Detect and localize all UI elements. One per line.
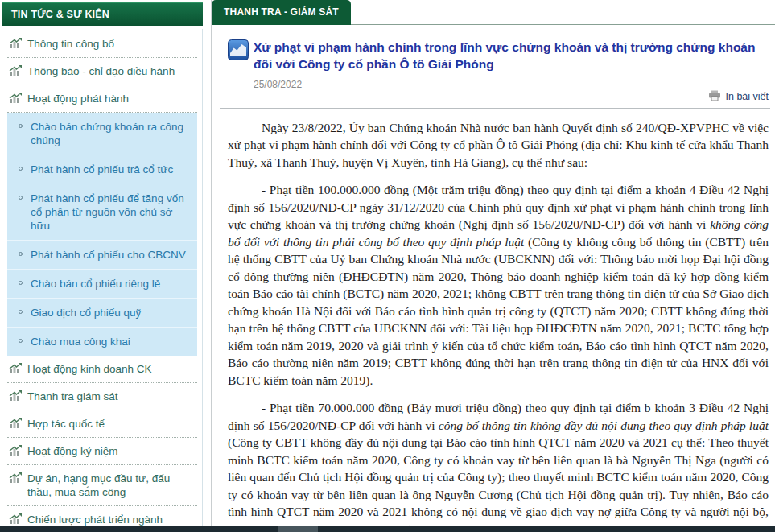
printer-icon [708,90,721,104]
bullet-icon [19,339,23,343]
sidebar-item[interactable]: Hoạt động phát hành [7,85,197,113]
sidebar-subitem[interactable]: Phát hành cổ phiếu để tăng vốn cổ phần t… [7,184,197,241]
bullet-icon [19,167,23,171]
sidebar-item[interactable]: Thông tin công bố [7,31,197,58]
sidebar-subitem-label: Chào bán cổ phiếu riêng lẻ [31,277,160,291]
sidebar-subitem[interactable]: Chào mua công khai [7,328,197,356]
sidebar-item[interactable]: Dự án, hạng mục đầu tư, đấu thầu, mua sắ… [7,465,197,506]
bullet-icon [19,281,23,285]
article: Xử phạt vi phạm hành chính trong lĩnh vự… [212,25,775,532]
sidebar-item-label: Thông tin công bố [27,37,114,51]
bullet-icon [19,196,23,200]
sidebar-item-label: Hợp tác quốc tế [27,417,105,431]
chart-icon [9,417,22,429]
sidebar-subitem[interactable]: Phát hành cổ phiếu cho CBCNV [7,241,197,270]
chart-icon [9,390,22,402]
sidebar-subitem-label: Phát hành cổ phiếu để tăng vốn cổ phần t… [31,192,192,233]
sidebar-item[interactable]: Thanh tra giám sát [7,383,197,410]
chart-icon [9,513,22,525]
sidebar-subitem-label: Phát hành cổ phiếu cho CBCNV [31,248,186,262]
sidebar-item[interactable]: Hợp tác quốc tế [7,410,197,438]
tab-thanh-tra-giam-sat[interactable]: THANH TRA - GIÁM SÁT [212,0,351,25]
sidebar-header: TIN TỨC & SỰ KIỆN [2,2,203,26]
chart-icon [9,92,22,104]
sidebar-subitem-label: Giao dịch cổ phiếu quỹ [31,306,141,320]
sidebar-item[interactable]: Thông báo - chỉ đạo điều hành [7,58,197,85]
sidebar-item[interactable]: Hoạt động kinh doanh CK [7,356,197,383]
sidebar-subitem[interactable]: Chào bán cổ phiếu riêng lẻ [7,270,197,299]
chart-icon [9,472,22,484]
section-tab-row: THANH TRA - GIÁM SÁT [212,0,775,25]
sidebar-subitem[interactable]: Giao dịch cổ phiếu quỹ [7,299,197,328]
sidebar-item-label: Hoạt động kinh doanh CK [27,362,152,376]
chart-icon [9,362,22,374]
sidebar-item[interactable]: Hoạt động kỷ niệm [7,438,197,465]
sidebar-subitem-label: Chào mua công khai [31,335,130,348]
sidebar-item-label: Chiến lược phát triển ngành [27,513,163,526]
article-paragraph: - Phạt tiền 100.000.000 đồng (Một trăm t… [228,181,769,389]
sidebar-menu: Thông tin công bố Thông báo - chỉ đạo đi… [2,29,203,532]
sidebar-item-label: Thanh tra giám sát [27,390,118,403]
article-chart-icon [228,39,249,64]
article-paragraph: - Phạt tiền 70.000.000 đồng (Bảy mươi tr… [228,399,769,532]
print-label: In bài viết [725,91,769,102]
sidebar-item-label: Hoạt động kỷ niệm [27,444,118,458]
footer-bar-segment [278,526,318,532]
print-link[interactable]: In bài viết [228,90,770,104]
header-separator [220,108,770,109]
sidebar-item-label: Thông báo - chỉ đạo điều hành [27,64,175,78]
sidebar-subitem-label: Phát hành cổ phiếu trả cổ tức [31,163,173,176]
footer-bar [0,526,775,532]
bullet-icon [19,124,23,128]
chart-icon [9,444,22,456]
article-body: Ngày 23/8/2022, Ủy ban Chứng khoán Nhà n… [228,119,770,532]
chart-icon [9,64,22,76]
article-paragraph: Ngày 23/8/2022, Ủy ban Chứng khoán Nhà n… [228,119,769,171]
sidebar-item-label: Dự án, hạng mục đầu tư, đấu thầu, mua sắ… [27,472,196,499]
page-title: Xử phạt vi phạm hành chính trong lĩnh vự… [254,39,769,73]
article-date: 25/08/2022 [254,79,770,90]
sidebar-item-label: Hoạt động phát hành [27,92,129,105]
sidebar-subitem-label: Chào bán chứng khoán ra công chúng [31,120,192,147]
bullet-icon [19,310,23,314]
sidebar-subitem[interactable]: Phát hành cổ phiếu trả cổ tức [7,155,197,184]
chart-icon [9,37,22,49]
sidebar: TIN TỨC & SỰ KIỆN Thông tin công bố Thôn… [2,2,203,532]
sidebar-submenu: Chào bán chứng khoán ra công chúngPhát h… [7,113,197,356]
main-content: THANH TRA - GIÁM SÁT Xử phạt vi phạm hàn… [211,0,775,532]
bullet-icon [19,252,23,256]
sidebar-subitem[interactable]: Chào bán chứng khoán ra công chúng [7,113,197,155]
